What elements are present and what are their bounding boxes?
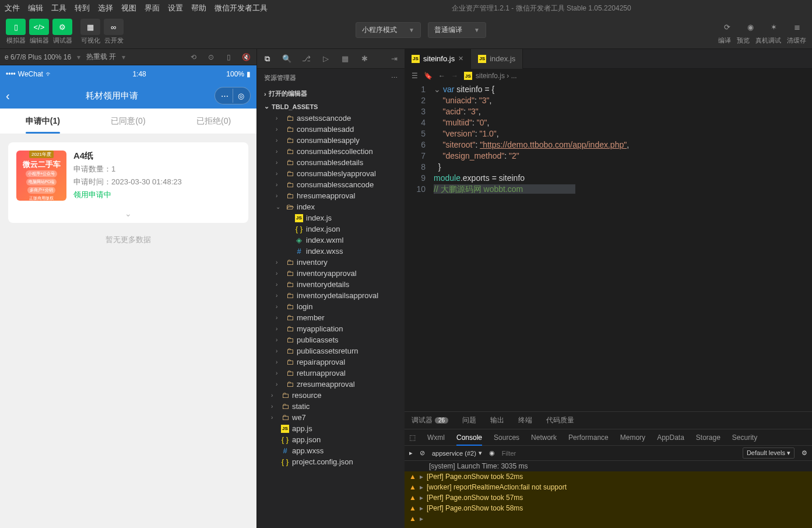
compile-icon[interactable]: ⟳ bbox=[722, 21, 733, 33]
tree-item[interactable]: ›🗀publicassetsreturn bbox=[257, 345, 405, 356]
mode-dropdown[interactable]: 小程序模式 ▼ bbox=[356, 22, 421, 38]
tree-item[interactable]: ›🗀zresumeapproval bbox=[257, 379, 405, 390]
levels-dropdown[interactable]: Default levels ▾ bbox=[743, 447, 795, 459]
phone-icon[interactable]: ▯ bbox=[223, 51, 234, 63]
search-icon[interactable]: 🔍 bbox=[282, 54, 291, 64]
tree-item[interactable]: ›🗀member bbox=[257, 312, 405, 323]
forward-arrow-icon[interactable]: → bbox=[451, 72, 458, 80]
clear-icon[interactable]: ⊘ bbox=[420, 449, 425, 457]
simulator-button[interactable]: ▯ bbox=[6, 19, 26, 35]
tree-item[interactable]: ›🗀consumablesapply bbox=[257, 135, 405, 146]
tab-problems[interactable]: 问题 bbox=[462, 415, 476, 425]
tree-item[interactable]: { }index.json bbox=[257, 223, 405, 235]
menu-select[interactable]: 选择 bbox=[98, 3, 113, 13]
tool-appdata[interactable]: AppData bbox=[657, 433, 684, 442]
debugger-button[interactable]: ⚙ bbox=[52, 19, 72, 35]
debug-icon[interactable]: ▷ bbox=[321, 54, 330, 64]
tool-wxml[interactable]: Wxml bbox=[427, 433, 445, 442]
code-editor[interactable]: 12345678910 ⌄ var siteinfo = { "uniacid"… bbox=[405, 83, 812, 411]
menu-file[interactable]: 文件 bbox=[5, 3, 20, 13]
tab-rejected[interactable]: 已拒绝(0) bbox=[171, 109, 256, 134]
clear-cache-icon[interactable]: ≣ bbox=[792, 21, 803, 33]
visual-button[interactable]: ▦ bbox=[80, 19, 100, 35]
tree-item[interactable]: ›🗀consumableslyapproval bbox=[257, 168, 405, 179]
tree-item[interactable]: ◈index.wxml bbox=[257, 235, 405, 246]
tree-item[interactable]: ›🗀inventorydetails bbox=[257, 279, 405, 290]
menu-edit[interactable]: 编辑 bbox=[28, 3, 43, 13]
preview-icon[interactable]: ◉ bbox=[745, 21, 757, 33]
tree-item[interactable]: #index.wxss bbox=[257, 246, 405, 257]
eye-icon[interactable]: ◉ bbox=[489, 449, 495, 457]
tab-applying[interactable]: 申请中(1) bbox=[0, 109, 86, 134]
tool-security[interactable]: Security bbox=[732, 433, 757, 442]
inspect-icon[interactable]: ⬚ bbox=[409, 433, 416, 442]
menu-help[interactable]: 帮助 bbox=[191, 3, 206, 13]
tree-item[interactable]: ›🗀consumablesdetails bbox=[257, 157, 405, 168]
tree-item[interactable]: ›🗀static bbox=[257, 401, 405, 412]
refresh-icon[interactable]: ⟲ bbox=[188, 51, 199, 63]
tree-item[interactable]: JSindex.js bbox=[257, 212, 405, 223]
remote-debug-icon[interactable]: ✶ bbox=[768, 21, 780, 33]
files-icon[interactable]: ⧉ bbox=[263, 54, 272, 64]
tree-item[interactable]: ›🗀consumablescollection bbox=[257, 146, 405, 157]
tree-item[interactable]: JSapp.js bbox=[257, 423, 405, 434]
menu-dots-icon[interactable]: ⋯ bbox=[216, 89, 233, 103]
more-icon[interactable]: ⋯ bbox=[391, 74, 398, 82]
chevron-down-icon[interactable]: ⌄ bbox=[8, 204, 248, 223]
tab-agreed[interactable]: 已同意(0) bbox=[86, 109, 171, 134]
menu-wechat-devtools[interactable]: 微信开发者工具 bbox=[215, 3, 268, 13]
project-section[interactable]: ⌄ TBLD_ASSETS bbox=[257, 100, 405, 113]
list-item[interactable]: 2021年度 微云二手车 小程序+公众号 电脑网站PC端 多商户+分销 正版商用… bbox=[8, 142, 248, 209]
bug-icon[interactable]: ✱ bbox=[360, 54, 369, 64]
tree-item[interactable]: ›🗀repairapproval bbox=[257, 356, 405, 368]
gear-icon[interactable]: ⚙ bbox=[802, 449, 807, 457]
tool-network[interactable]: Network bbox=[531, 433, 557, 442]
tool-sources[interactable]: Sources bbox=[494, 433, 519, 442]
menu-tools[interactable]: 工具 bbox=[51, 3, 66, 13]
tree-item[interactable]: ›🗀we7 bbox=[257, 412, 405, 423]
tool-console[interactable]: Console bbox=[456, 433, 482, 442]
close-icon[interactable]: ✕ bbox=[458, 55, 463, 62]
tree-item[interactable]: ›🗀inventoryapproval bbox=[257, 268, 405, 279]
compile-dropdown[interactable]: 普通编译 ▼ bbox=[428, 22, 486, 38]
menu-goto[interactable]: 转到 bbox=[75, 3, 90, 13]
home-icon[interactable]: ⊙ bbox=[205, 51, 217, 63]
filter-input[interactable] bbox=[502, 450, 736, 457]
tree-item[interactable]: ›🗀assetsscancode bbox=[257, 113, 405, 124]
tool-performance[interactable]: Performance bbox=[568, 433, 609, 442]
back-icon[interactable]: ‹ bbox=[6, 89, 10, 103]
tree-item[interactable]: { }project.config.json bbox=[257, 456, 405, 467]
tree-item[interactable]: ›🗀inventory bbox=[257, 257, 405, 268]
tree-item[interactable]: ›🗀myapplication bbox=[257, 323, 405, 334]
tool-storage[interactable]: Storage bbox=[696, 433, 720, 442]
mute-icon[interactable]: 🔇 bbox=[240, 51, 252, 63]
open-editors-section[interactable]: › 打开的编辑器 bbox=[257, 87, 405, 100]
tree-item[interactable]: { }app.json bbox=[257, 434, 405, 445]
close-target-icon[interactable]: ◎ bbox=[233, 89, 249, 103]
tree-item[interactable]: #app.wxss bbox=[257, 445, 405, 456]
toggle-icon[interactable]: ⇥ bbox=[390, 54, 399, 64]
tab-siteinfo[interactable]: JS siteinfo.js ✕ bbox=[405, 49, 471, 69]
context-dropdown[interactable]: appservice (#2) ▾ bbox=[432, 449, 482, 457]
menu-ui[interactable]: 界面 bbox=[145, 3, 160, 13]
tab-debugger[interactable]: 调试器 26 bbox=[412, 415, 448, 425]
breadcrumb[interactable]: JS siteinfo.js › ... bbox=[464, 72, 517, 80]
list-icon[interactable]: ☰ bbox=[412, 72, 418, 80]
hot-reload-toggle[interactable]: 热重载 开 bbox=[86, 52, 116, 62]
extensions-icon[interactable]: ▦ bbox=[341, 54, 350, 64]
tab-output[interactable]: 输出 bbox=[490, 415, 504, 425]
tree-item[interactable]: ›🗀login bbox=[257, 301, 405, 312]
tree-item[interactable]: ›🗀resource bbox=[257, 390, 405, 401]
tree-item[interactable]: ⌄🗁index bbox=[257, 201, 405, 212]
tree-item[interactable]: ›🗀inventorydetailsapproval bbox=[257, 290, 405, 301]
tree-item[interactable]: ›🗀returnapproval bbox=[257, 368, 405, 379]
git-icon[interactable]: ⎇ bbox=[302, 54, 311, 64]
tree-item[interactable]: ›🗀consumablesadd bbox=[257, 124, 405, 135]
tab-terminal[interactable]: 终端 bbox=[518, 415, 532, 425]
bookmark-icon[interactable]: 🔖 bbox=[424, 72, 433, 80]
back-arrow-icon[interactable]: ← bbox=[438, 72, 445, 80]
tree-item[interactable]: ›🗀hresumeapproval bbox=[257, 190, 405, 201]
tree-item[interactable]: ›🗀consumablesscancode bbox=[257, 179, 405, 190]
cloud-button[interactable]: ∞ bbox=[104, 19, 124, 35]
menu-settings[interactable]: 设置 bbox=[168, 3, 183, 13]
